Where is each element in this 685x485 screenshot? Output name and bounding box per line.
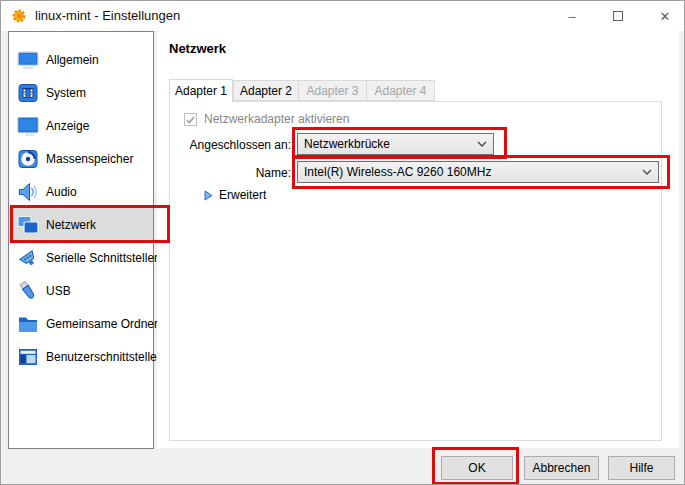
sidebar-list: Allgemein System: [9, 43, 153, 373]
tab-adapter-1[interactable]: Adapter 1: [169, 79, 233, 102]
help-button[interactable]: Hilfe: [608, 456, 675, 480]
attached-to-value: Netzwerkbrücke: [304, 137, 477, 151]
sidebar-item-massenspeicher[interactable]: Massenspeicher: [9, 142, 153, 175]
adapter-name-value: Intel(R) Wireless-AC 9260 160MHz: [304, 165, 642, 179]
display-icon: [17, 115, 39, 137]
titlebar: linux-mint - Einstellungen – ✕: [1, 1, 684, 31]
tab-adapter-4: Adapter 4: [366, 80, 435, 101]
adapter-name-select[interactable]: Intel(R) Wireless-AC 9260 160MHz: [297, 161, 659, 183]
sidebar-item-label: Anzeige: [46, 119, 89, 133]
storage-icon: [17, 148, 39, 170]
audio-icon: [17, 181, 39, 203]
settings-gear-icon: [11, 8, 27, 24]
sidebar-item-label: Allgemein: [46, 53, 99, 67]
sidebar-item-label: Audio: [46, 185, 77, 199]
sidebar-item-allgemein[interactable]: Allgemein: [9, 43, 153, 76]
chevron-down-icon: [642, 169, 652, 175]
system-icon: [17, 82, 39, 104]
maximize-button[interactable]: [598, 1, 638, 31]
sidebar-item-serielle-schnittstellen[interactable]: Serielle Schnittstellen: [9, 241, 153, 274]
shared-folder-icon: [17, 313, 39, 335]
tab-adapter-3: Adapter 3: [298, 80, 367, 101]
settings-sidebar: Allgemein System: [8, 31, 154, 449]
serial-port-icon: [17, 247, 39, 269]
sidebar-item-usb[interactable]: USB: [9, 274, 153, 307]
sidebar-item-gemeinsame-ordner[interactable]: Gemeinsame Ordner: [9, 307, 153, 340]
sidebar-item-audio[interactable]: Audio: [9, 175, 153, 208]
maximize-icon: [613, 11, 623, 21]
advanced-expander[interactable]: Erweitert: [204, 188, 266, 202]
sidebar-item-label: Benutzerschnittstelle: [46, 350, 157, 364]
minimize-button[interactable]: –: [552, 1, 592, 31]
network-icon: [17, 214, 39, 236]
attached-to-label: Angeschlossen an:: [151, 138, 291, 152]
page-title: Netzwerk: [169, 41, 226, 56]
sidebar-item-netzwerk[interactable]: Netzwerk: [9, 208, 153, 241]
chevron-down-icon: [477, 141, 487, 147]
sidebar-item-label: System: [46, 86, 86, 100]
sidebar-item-label: Massenspeicher: [46, 152, 133, 166]
expander-arrow-icon: [204, 190, 213, 201]
tab-adapter-2[interactable]: Adapter 2: [233, 80, 299, 101]
sidebar-item-label: Serielle Schnittstellen: [46, 251, 161, 265]
attached-to-select[interactable]: Netzwerkbrücke: [297, 133, 494, 155]
general-icon: [17, 49, 39, 71]
sidebar-item-system[interactable]: System: [9, 76, 153, 109]
enable-network-adapter-label: Netzwerkadapter aktivieren: [204, 112, 349, 126]
close-button[interactable]: ✕: [645, 1, 685, 31]
usb-icon: [17, 280, 39, 302]
sidebar-item-label: Gemeinsame Ordner: [46, 317, 158, 331]
user-interface-icon: [17, 346, 39, 368]
checkmark-icon: [186, 116, 195, 124]
sidebar-item-anzeige[interactable]: Anzeige: [9, 109, 153, 142]
settings-dialog: linux-mint - Einstellungen – ✕ Allgemein: [0, 0, 685, 485]
advanced-label: Erweitert: [219, 188, 266, 202]
window-title: linux-mint - Einstellungen: [35, 1, 180, 31]
sidebar-item-label: Netzwerk: [46, 218, 96, 232]
adapter-name-label: Name:: [151, 166, 291, 180]
ok-button[interactable]: OK: [441, 456, 513, 480]
sidebar-item-benutzerschnittstelle[interactable]: Benutzerschnittstelle: [9, 340, 153, 373]
sidebar-item-label: USB: [46, 284, 71, 298]
cancel-button[interactable]: Abbrechen: [524, 456, 599, 480]
enable-network-adapter-checkbox: [184, 113, 197, 126]
